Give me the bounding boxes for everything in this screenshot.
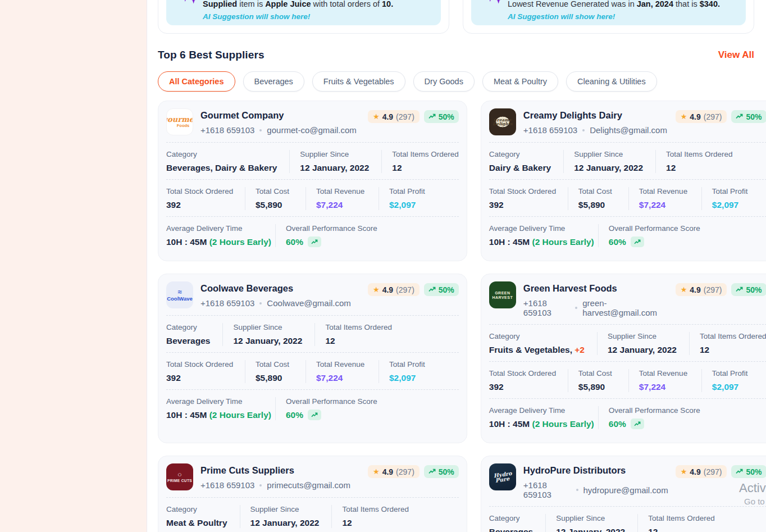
performance-score-label: Overall Performance Score [609, 406, 700, 415]
delivery-time-label: Average Delivery Time [166, 397, 263, 406]
supplier-performance-row: Average Delivery Time 10H : 45M (2 Hours… [489, 399, 766, 435]
ai-suggestion-placeholder: AI Suggestion will show here! [508, 12, 737, 21]
total-revenue-value: $7,224 [316, 199, 366, 210]
total-cost-label: Total Cost [578, 187, 616, 195]
supplier-card[interactable]: ○ PRIME CUTS Prime Cuts Suppliers +1618 … [158, 456, 467, 532]
total-profit-cell: Total Profit $2,097 [701, 369, 766, 392]
trend-badge: 50% [424, 283, 459, 296]
supplier-badges: ★ 4.9 (297) 50% [368, 463, 459, 490]
filter-meat-poultry[interactable]: Meat & Poultry [482, 71, 558, 92]
total-stock-label: Total Stock Ordered [166, 187, 232, 195]
trending-up-icon [736, 113, 743, 120]
ai-suggestion-box: Supplieditem isApple Juicewith total ord… [166, 0, 441, 25]
performance-score-label: Overall Performance Score [609, 224, 700, 233]
star-icon: ★ [373, 285, 380, 294]
category-label: Category [166, 323, 210, 331]
total-cost-value: $5,890 [256, 199, 293, 210]
delivery-time-text: 10H : 45M [489, 419, 530, 429]
total-items-cell: Total Items Ordered 12 [381, 150, 459, 173]
category-label: Category [489, 332, 585, 340]
trend-value: 50% [439, 112, 454, 121]
total-items-cell: Total Items Ordered 12 [314, 323, 392, 346]
delivery-time-text: 10H : 45M [166, 237, 207, 247]
total-profit-cell: Total Profit $2,097 [701, 187, 766, 210]
supplier-info-row: Category Fruits & Vegetables, +2 Supplie… [489, 325, 766, 361]
view-all-link[interactable]: View All [718, 49, 754, 61]
ai-suggestion-placeholder: AI Suggestion will show here! [203, 12, 432, 21]
ai-suggestion-box: Lowest Revenue Generated was inJan, 2024… [471, 0, 746, 25]
rating-badge: ★ 4.9 (297) [676, 465, 727, 478]
filter-cleaning-utilities[interactable]: Cleaning & Utilities [566, 71, 657, 92]
ai-suggestion-text: Lowest Revenue Generated was inJan, 2024… [508, 0, 737, 21]
supplier-card[interactable]: Hydro Pure HydroPure Distributors +1618 … [481, 456, 766, 532]
total-items-cell: Total Items Ordered 12 [655, 150, 733, 173]
total-items-label: Total Items Ordered [666, 150, 733, 158]
category-text: Meat & Poultry [166, 518, 227, 528]
supplier-email: hydropure@gmail.com [583, 485, 668, 495]
filter-all-categories[interactable]: All Categories [158, 71, 235, 92]
supplier-contact: +1618 659103 Coolwave@gmail.com [200, 298, 361, 308]
supplier-logo-text: HARVEST [492, 295, 513, 299]
supplier-contact: +1618 659103 green-harvest@gmail.com [523, 298, 668, 317]
total-cost-cell: Total Cost $5,890 [568, 369, 628, 392]
score-trend-chip [308, 237, 321, 247]
delivery-time-cell: Average Delivery Time 10H : 45M (2 Hours… [489, 406, 598, 429]
dot-separator-icon [575, 307, 577, 309]
performance-score-value: 60% [609, 237, 700, 247]
trending-up-icon [311, 239, 318, 245]
sparkles-icon [176, 0, 200, 10]
supplier-logo: Hydro Pure [489, 463, 516, 490]
insight-bold: Supplied [203, 0, 237, 8]
filter-beverages[interactable]: Beverages [243, 71, 304, 92]
total-items-value: 12 [666, 162, 733, 173]
total-revenue-label: Total Revenue [639, 369, 689, 378]
rating-count: (297) [396, 467, 414, 476]
delivery-early-text: (2 Hours Early) [532, 237, 594, 247]
supplier-name: Green Harvest Foods [523, 283, 668, 294]
rating-value: 4.9 [690, 467, 700, 476]
total-cost-cell: Total Cost $5,890 [245, 187, 306, 210]
category-filter-bar: All Categories Beverages Fruits & Vegeta… [158, 71, 754, 92]
supplier-identity: Prime Cuts Suppliers +1618 659103 primec… [200, 463, 361, 490]
supplier-card[interactable]: Creamy Delights Creamy Delights Dairy +1… [481, 101, 766, 261]
category-cell: Category Meat & Poultry [166, 505, 240, 528]
filter-fruits-vegetables[interactable]: Fruits & Vegetables [312, 71, 405, 92]
supplier-since-label: Supplier Since [250, 505, 320, 513]
trend-badge: 50% [424, 110, 459, 123]
supplier-since-label: Supplier Since [300, 150, 369, 158]
delivery-time-value: 10H : 45M (2 Hours Early) [489, 237, 586, 247]
supplier-since-value: 12 January, 2022 [300, 162, 369, 173]
total-stock-label: Total Stock Ordered [489, 369, 555, 378]
total-cost-cell: Total Cost $5,890 [568, 187, 628, 210]
supplier-logo-text: Pure [495, 476, 510, 483]
supplier-card[interactable]: GREEN HARVEST Green Harvest Foods +1618 … [481, 274, 766, 443]
category-label: Category [489, 514, 533, 522]
supplier-card[interactable]: ≈ CoolWave Coolwave Beverages +1618 6591… [158, 274, 467, 443]
supplier-contact: +1618 659103 Delights@gmail.com [523, 125, 668, 135]
supplier-card[interactable]: gourmet Foods Gourmet Company +1618 6591… [158, 101, 467, 261]
filter-dry-goods[interactable]: Dry Goods [413, 71, 475, 92]
ai-suggestion-text: Supplieditem isApple Juicewith total ord… [203, 0, 432, 21]
insight-text: with total orders of [313, 0, 380, 8]
page-title: Top 6 Best Suppliers [158, 49, 265, 61]
supplier-performance-row: Average Delivery Time 10H : 45M (2 Hours… [166, 390, 459, 426]
star-icon: ★ [373, 467, 380, 476]
trending-up-icon [428, 469, 436, 475]
total-stock-value: 392 [166, 372, 232, 383]
dot-separator-icon [582, 129, 585, 131]
total-stock-value: 392 [489, 199, 555, 210]
rating-count: (297) [704, 467, 722, 476]
category-cell: Category Fruits & Vegetables, +2 [489, 332, 597, 355]
trend-value: 50% [746, 467, 762, 476]
supplier-since-cell: Supplier Since 12 January, 2022 [545, 514, 637, 532]
supplier-since-cell: Supplier Since 12 January, 2022 [222, 323, 314, 346]
total-items-label: Total Items Ordered [648, 514, 715, 522]
rating-value: 4.9 [690, 112, 700, 121]
rating-value: 4.9 [382, 467, 393, 476]
total-stock-cell: Total Stock Ordered 392 [489, 187, 568, 210]
supplier-info-row: Category Meat & Poultry Supplier Since 1… [166, 498, 459, 532]
category-cell: Category Beverages, Dairy & Bakery [166, 150, 289, 173]
star-icon: ★ [681, 467, 687, 476]
supplier-since-label: Supplier Since [233, 323, 302, 331]
supplier-info-row: Category Beverages Supplier Since 12 Jan… [489, 507, 766, 532]
